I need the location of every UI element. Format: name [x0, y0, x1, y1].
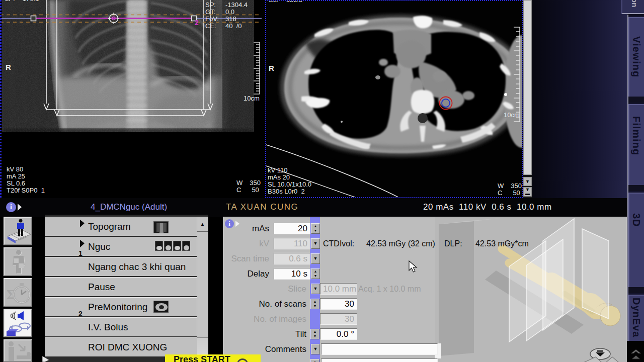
svg-text:2: 2	[195, 19, 199, 27]
